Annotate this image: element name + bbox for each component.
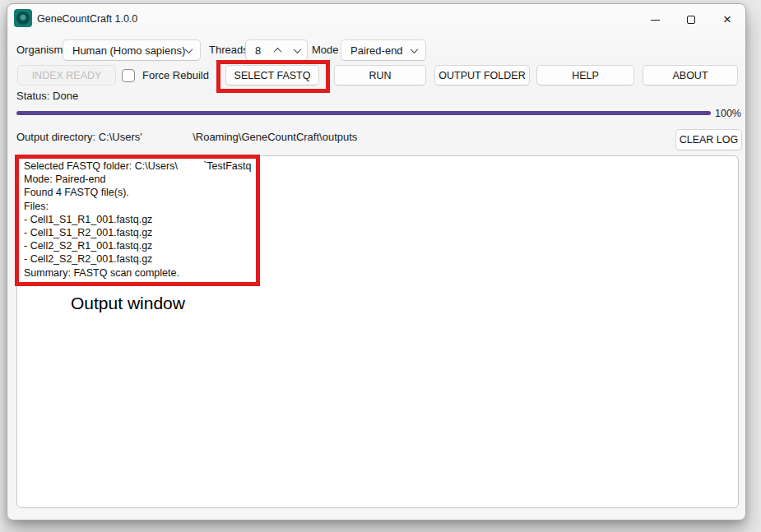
chevron-down-icon bbox=[185, 45, 193, 53]
log-line: Mode: Paired-end bbox=[24, 173, 731, 186]
window-title: GeneCountCraft 1.0.0 bbox=[37, 13, 137, 25]
help-button[interactable]: HELP bbox=[536, 65, 634, 86]
minimize-icon bbox=[651, 20, 660, 21]
log-line: - Cell1_S1_R1_001.fastq.gz bbox=[24, 213, 731, 226]
mode-label: Mode bbox=[312, 39, 339, 61]
threads-label: Threads bbox=[209, 39, 248, 61]
log-line: - Cell2_S2_R2_001.fastq.gz bbox=[24, 252, 731, 266]
organism-select-value: Human (Homo sapiens) bbox=[72, 44, 186, 57]
titlebar[interactable]: GeneCountCraft 1.0.0 × bbox=[7, 4, 745, 37]
chevron-down-icon bbox=[293, 45, 301, 53]
checkbox-icon bbox=[122, 69, 135, 82]
output-directory-text: Output directory: C:\Users' \Roaming\Gen… bbox=[16, 131, 357, 143]
chevron-up-icon bbox=[273, 47, 281, 55]
log-line: Summary: FASTQ scan complete. bbox=[24, 266, 731, 280]
minimize-button[interactable] bbox=[637, 4, 673, 35]
log-line: Selected FASTQ folder: C:\Users\ `TestFa… bbox=[24, 160, 731, 173]
index-ready-button[interactable]: INDEX READY bbox=[17, 65, 116, 86]
threads-stepper: 8 bbox=[245, 39, 308, 61]
app-icon bbox=[14, 9, 32, 27]
close-icon: × bbox=[723, 12, 731, 28]
about-button[interactable]: ABOUT bbox=[643, 65, 738, 86]
log-line: - Cell1_S1_R2_001.fastq.gz bbox=[24, 226, 731, 239]
clear-log-button[interactable]: CLEAR LOG bbox=[675, 129, 742, 150]
maximize-button[interactable] bbox=[673, 4, 709, 35]
chevron-down-icon bbox=[411, 45, 419, 53]
output-window-annotation: Output window bbox=[71, 294, 185, 313]
log-line: Found 4 FASTQ file(s). bbox=[24, 186, 731, 199]
force-rebuild-checkbox[interactable]: Force Rebuild bbox=[122, 65, 209, 86]
threads-decrement-button[interactable] bbox=[287, 40, 307, 60]
status-text: Status: Done bbox=[16, 90, 78, 102]
mode-select-value: Paired-end bbox=[350, 44, 411, 57]
maximize-icon bbox=[687, 16, 695, 24]
force-rebuild-label: Force Rebuild bbox=[142, 69, 209, 81]
log-line: - Cell2_S2_R1_001.fastq.gz bbox=[24, 239, 731, 252]
select-fastq-button[interactable]: SELECT FASTQ bbox=[225, 65, 319, 86]
organism-select[interactable]: Human (Homo sapiens) bbox=[63, 39, 201, 61]
close-button[interactable]: × bbox=[709, 4, 745, 35]
threads-increment-button[interactable] bbox=[267, 40, 287, 60]
output-log[interactable]: Selected FASTQ folder: C:\Users\ `TestFa… bbox=[16, 155, 739, 508]
progress-bar bbox=[16, 111, 711, 115]
log-line: Files: bbox=[24, 200, 731, 213]
run-button[interactable]: RUN bbox=[334, 65, 426, 86]
app-window: GeneCountCraft 1.0.0 × Organism Human (H… bbox=[7, 3, 746, 520]
threads-value: 8 bbox=[246, 44, 267, 57]
output-folder-button[interactable]: OUTPUT FOLDER bbox=[434, 65, 530, 86]
organism-label: Organism bbox=[16, 39, 63, 61]
mode-select[interactable]: Paired-end bbox=[341, 39, 426, 61]
progress-percent: 100% bbox=[715, 108, 741, 119]
